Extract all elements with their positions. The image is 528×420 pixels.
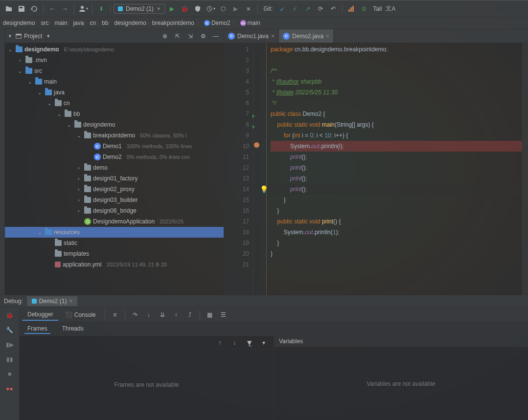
tree-item[interactable]: ›design02_proxy <box>5 184 224 195</box>
step-over-icon[interactable]: ↷ <box>129 309 141 321</box>
stop-icon[interactable]: ■ <box>243 3 254 15</box>
code-line[interactable] <box>271 55 522 66</box>
code-line[interactable]: print(); <box>271 173 522 184</box>
code-line[interactable]: * @author sharpbb <box>271 76 522 87</box>
tree-item[interactable]: ⌄breakpointdemo50% classes, 50% l <box>5 130 224 141</box>
console-tab[interactable]: ⬛Console <box>60 309 101 320</box>
debug-run-tab[interactable]: Demo2 (1) × <box>27 296 78 306</box>
crumb-class[interactable]: Demo2 <box>211 20 230 26</box>
code-line[interactable]: for (int i = 0; i < 10; i++) { <box>271 130 522 141</box>
tree-item[interactable]: ⌄designdemo <box>5 119 224 130</box>
drop-frame-icon[interactable]: ⤴ <box>184 309 196 321</box>
trace-icon[interactable]: ☰ <box>218 309 230 321</box>
run-config-selector[interactable]: Demo2 (1) ▼ <box>114 4 165 14</box>
code-line[interactable]: } <box>271 238 522 248</box>
code-line[interactable]: package cn.bb.designdemo.breakpointdemo; <box>271 44 522 55</box>
code-line[interactable]: print(); <box>271 152 522 162</box>
tree-item[interactable]: ›design01_factory <box>5 173 224 184</box>
code-line[interactable]: print(); <box>271 162 522 173</box>
threads-tab[interactable]: Threads <box>59 324 87 334</box>
breakpoint-icon[interactable] <box>254 142 259 148</box>
view-breakpoints-icon[interactable]: ●● <box>4 383 16 395</box>
crumb[interactable]: designdemo <box>3 20 35 26</box>
editor-scrollbar[interactable] <box>522 43 528 295</box>
modify-icon[interactable]: 🔧 <box>4 324 16 336</box>
dropdown-icon[interactable]: ▾ <box>258 337 270 349</box>
crumb[interactable]: breakpointdemo <box>152 20 194 26</box>
hide-icon[interactable]: — <box>211 31 221 41</box>
next-frame-icon[interactable]: ↓ <box>229 337 240 349</box>
collapse-all-icon[interactable]: ⇲ <box>185 31 195 41</box>
code-area[interactable]: package cn.bb.designdemo.breakpointdemo;… <box>267 43 522 295</box>
code-line[interactable]: System.out.println(i); <box>271 141 522 152</box>
expand-all-icon[interactable]: ⇱ <box>173 31 183 41</box>
run-last-icon[interactable]: ▶ <box>230 3 242 15</box>
code-line[interactable]: public static void main(String[] args) { <box>271 119 522 130</box>
step-out-icon[interactable]: ↑ <box>170 309 182 321</box>
tree-item[interactable]: ›demo <box>5 162 224 173</box>
run-icon[interactable]: ▶ <box>166 3 178 15</box>
tree-item[interactable]: application.yml2022/5/19 11:49, 21 B 20 <box>5 259 224 270</box>
crumb[interactable]: src <box>41 20 48 26</box>
crumb[interactable]: designdemo <box>114 20 146 26</box>
build-icon[interactable]: ⬇ <box>95 3 107 15</box>
refresh-icon[interactable] <box>28 3 40 15</box>
tree-item[interactable]: ⌄bb <box>5 109 224 119</box>
debugger-tab[interactable]: Debugger <box>23 309 58 321</box>
profile-icon[interactable]: ▾ <box>205 3 216 15</box>
code-line[interactable]: */ <box>271 98 522 109</box>
block-icon[interactable]: ⊘ <box>358 3 370 15</box>
translate-icon[interactable]: 文A <box>385 3 396 15</box>
vcs-push-icon[interactable]: ↗ <box>302 3 314 15</box>
tree-item[interactable]: ⌄java <box>5 87 224 98</box>
tree-item[interactable]: ›.mvn <box>5 55 224 66</box>
tree-item[interactable]: CDemo20% methods, 0% lines cov <box>5 152 224 162</box>
open-icon[interactable] <box>3 3 15 15</box>
code-line[interactable]: * @date 2022/5/25 11:30 <box>271 87 522 98</box>
coverage-icon[interactable] <box>192 3 204 15</box>
code-line[interactable]: /** <box>271 66 522 76</box>
prev-frame-icon[interactable]: ↑ <box>214 337 226 349</box>
editor-tab[interactable]: CDemo1.java× <box>224 29 279 43</box>
code-line[interactable]: System.out.println(1); <box>271 227 522 238</box>
pause-icon[interactable]: ▮▮ <box>4 354 16 365</box>
crumb[interactable]: bb <box>102 20 108 26</box>
intention-bulb-icon[interactable]: 💡 <box>260 184 268 195</box>
tree-item[interactable]: templates <box>5 248 224 259</box>
code-line[interactable]: } <box>271 248 522 259</box>
user-icon[interactable]: ▾ <box>77 3 89 15</box>
crumb[interactable]: cn <box>90 20 96 26</box>
code-line[interactable]: public static void print() { <box>271 216 522 227</box>
vcs-history-icon[interactable]: ⟳ <box>315 3 326 15</box>
code-line[interactable] <box>271 259 522 270</box>
left-tool-window-bar[interactable] <box>0 29 5 295</box>
code-line[interactable]: } <box>271 195 522 205</box>
stop-icon[interactable]: ■ <box>4 368 16 380</box>
tree-item[interactable]: ⌄resources <box>5 227 224 238</box>
back-icon[interactable]: ← <box>46 3 58 15</box>
project-view-selector[interactable]: Project ▼ <box>15 33 50 40</box>
tree-item[interactable]: ⌄src <box>5 66 224 76</box>
rerun-icon[interactable]: 🐞 <box>4 309 16 321</box>
locate-icon[interactable]: ⊕ <box>160 31 170 41</box>
tree-item[interactable]: static <box>5 238 224 248</box>
forward-icon[interactable]: → <box>59 3 71 15</box>
frames-tab[interactable]: Frames <box>24 324 50 334</box>
close-icon[interactable]: × <box>326 33 329 40</box>
tree-item[interactable]: ⬡DesigndemoApplication2022/5/25 <box>5 216 224 227</box>
force-step-into-icon[interactable]: ⇊ <box>157 309 168 321</box>
stats-icon[interactable] <box>345 3 357 15</box>
code-line[interactable]: 💡 print(); <box>271 184 522 195</box>
fold-gutter[interactable] <box>261 43 267 295</box>
crumb[interactable]: java <box>73 20 84 26</box>
code-line[interactable]: } <box>271 205 522 216</box>
line-gutter[interactable]: 1234567▶8▶9101112131415161718192021 <box>224 43 253 295</box>
tree-item[interactable]: CDemo1100% methods, 100% lines <box>5 141 224 152</box>
step-into-icon[interactable]: ↓ <box>143 309 155 321</box>
code-line[interactable]: public class Demo2 { <box>271 109 522 119</box>
save-icon[interactable] <box>16 3 27 15</box>
settings-icon[interactable]: ⚙ <box>198 31 208 41</box>
tree-item[interactable]: ›design03_builder <box>5 195 224 205</box>
crumb-method[interactable]: main <box>248 20 260 26</box>
resume-icon[interactable]: ▮▶ <box>4 339 16 351</box>
